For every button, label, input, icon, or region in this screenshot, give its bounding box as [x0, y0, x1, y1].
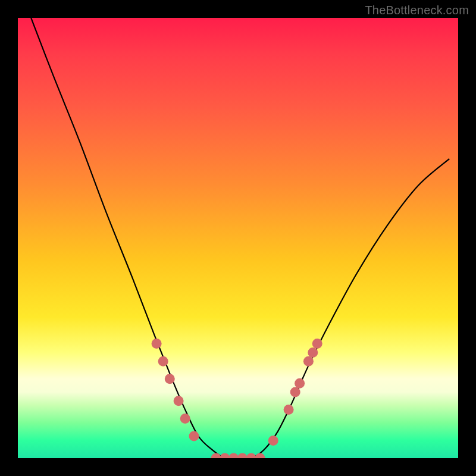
- curve-marker: [255, 453, 265, 459]
- curve-marker: [295, 378, 305, 389]
- watermark-text: TheBottleneck.com: [365, 4, 469, 17]
- curve-marker: [246, 453, 256, 459]
- chart-svg: [18, 18, 458, 458]
- curve-marker: [211, 453, 221, 459]
- curve-marker: [228, 453, 239, 459]
- curve-markers: [152, 339, 322, 458]
- curve-marker: [158, 356, 168, 367]
- curve-marker: [290, 387, 300, 397]
- curve-marker: [237, 453, 248, 459]
- curve-marker: [189, 431, 199, 441]
- curve-marker: [174, 396, 184, 406]
- curve-marker: [152, 339, 162, 349]
- curve-marker: [308, 347, 318, 358]
- curve-marker: [180, 414, 190, 424]
- curve-marker: [165, 374, 175, 384]
- curve-marker: [268, 436, 278, 446]
- bottleneck-curve: [31, 18, 449, 458]
- curve-marker: [220, 453, 230, 459]
- curve-marker: [312, 339, 322, 349]
- chart-frame: [18, 18, 458, 458]
- curve-marker: [284, 405, 294, 415]
- curve-marker: [303, 356, 314, 367]
